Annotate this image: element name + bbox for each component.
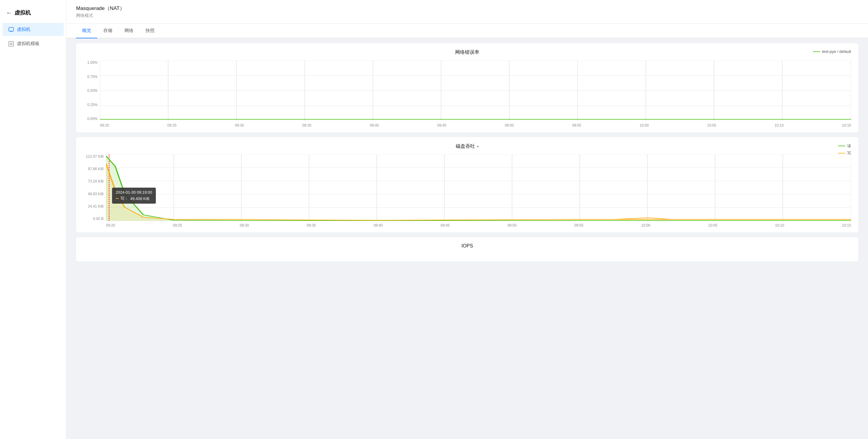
disk-throughput-chart: 磁盘吞吐 ▾ 读 写 122.07 KiB 97.66 KiB xyxy=(76,137,858,232)
legend-item-test-pye: test-pye / default xyxy=(813,49,851,54)
iops-chart: IOPS xyxy=(76,237,858,261)
legend-label-read: 读 xyxy=(847,143,851,149)
sidebar-item-vm-label: 虚拟机 xyxy=(17,27,31,32)
iops-title: IOPS xyxy=(83,243,851,248)
tab-network[interactable]: 网络 xyxy=(118,24,140,38)
legend-label-test-pye: test-pye / default xyxy=(822,49,851,54)
legend-line-write xyxy=(838,153,845,153)
svg-rect-0 xyxy=(9,28,13,31)
svg-rect-3 xyxy=(9,41,13,46)
sidebar-title: 虚拟机 xyxy=(14,9,31,16)
template-icon xyxy=(8,41,14,47)
tab-snapshot[interactable]: 快照 xyxy=(140,24,161,38)
svg-marker-42 xyxy=(106,156,309,221)
network-error-legend: test-pye / default xyxy=(813,49,851,54)
legend-item-read: 读 xyxy=(838,143,851,149)
legend-line-test-pye xyxy=(813,51,820,52)
tab-overview[interactable]: 概览 xyxy=(76,24,97,38)
sidebar-item-vm-template[interactable]: 虚拟机模板 xyxy=(2,37,64,50)
y-axis-disk: 122.07 KiB 97.66 KiB 73.24 KiB 48.83 KiB… xyxy=(83,154,106,221)
disk-throughput-svg xyxy=(106,154,851,221)
disk-throughput-svg-wrap: 2024-01-30 09:19:00 写： 49.408 KiB 09:20 … xyxy=(106,154,851,228)
main-content: Masquerade（NAT） 网络模式 概览 存储 网络 快照 网络错误率 t… xyxy=(66,0,868,439)
net-mode-label: 网络模式 xyxy=(76,13,858,19)
network-error-chart: 网络错误率 test-pye / default 1.00% 0.75% 0.5… xyxy=(76,43,858,132)
svg-point-4 xyxy=(10,43,12,45)
nat-title: Masquerade（NAT） xyxy=(76,5,858,12)
legend-line-read xyxy=(838,146,845,146)
back-arrow-icon: ← xyxy=(6,9,12,16)
disk-throughput-title: 磁盘吞吐 ▾ xyxy=(83,143,851,150)
disk-throughput-dropdown-icon[interactable]: ▾ xyxy=(477,144,479,149)
disk-throughput-legend: 读 写 xyxy=(838,143,851,156)
vm-icon xyxy=(8,27,14,32)
y-axis-network-error: 1.00% 0.75% 0.50% 0.25% 0.00% xyxy=(83,60,100,121)
top-bar: Masquerade（NAT） 网络模式 xyxy=(66,0,868,24)
sidebar: ← 虚拟机 虚拟机 虚拟机模板 xyxy=(0,0,66,439)
network-error-title: 网络错误率 xyxy=(83,49,851,56)
sidebar-item-vm[interactable]: 虚拟机 xyxy=(2,23,64,36)
svg-marker-41 xyxy=(106,164,851,221)
time-labels-network-error: 09:20 09:25 09:30 09:35 09:40 09:45 09:5… xyxy=(100,122,851,127)
charts-area: 网络错误率 test-pye / default 1.00% 0.75% 0.5… xyxy=(66,38,868,266)
network-error-svg-wrap: 09:20 09:25 09:30 09:35 09:40 09:45 09:5… xyxy=(100,60,851,127)
tabs-bar: 概览 存储 网络 快照 xyxy=(66,24,868,38)
disk-throughput-chart-area: 122.07 KiB 97.66 KiB 73.24 KiB 48.83 KiB… xyxy=(83,154,851,228)
network-error-svg xyxy=(100,60,851,121)
tab-storage[interactable]: 存储 xyxy=(97,24,118,38)
time-labels-disk: 09:20 09:25 09:30 09:35 09:40 09:45 09:5… xyxy=(106,222,851,228)
sidebar-item-vm-template-label: 虚拟机模板 xyxy=(17,41,39,47)
back-button[interactable]: ← 虚拟机 xyxy=(0,6,66,22)
